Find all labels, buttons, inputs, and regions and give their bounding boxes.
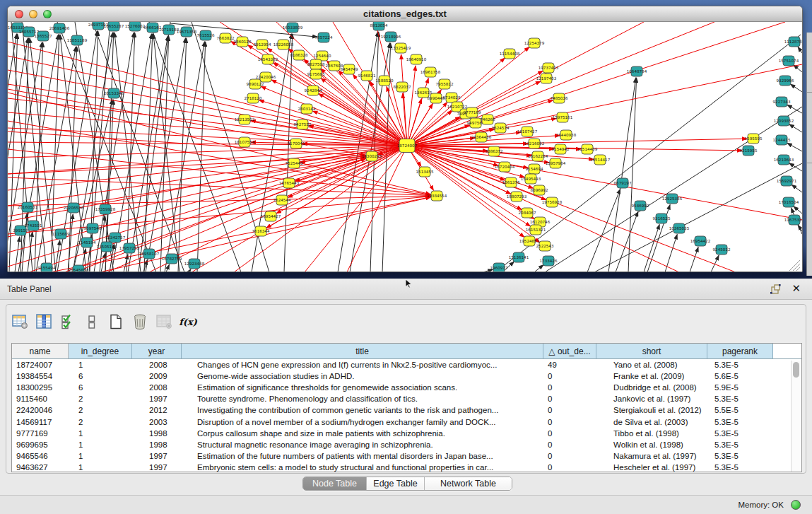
graph-node[interactable]: 15957984 [546, 158, 566, 168]
resize-grip[interactable] [789, 260, 800, 271]
column-header-title[interactable]: title [182, 344, 543, 358]
graph-node[interactable]: 9316525 [653, 214, 671, 223]
graph-node[interactable]: 16543382 [258, 54, 278, 64]
table-row[interactable]: 2242004622012Investigating the contribut… [12, 404, 801, 416]
network-window[interactable]: citations_edges.txt 16033312140557171365… [7, 6, 803, 272]
table-row[interactable]: 946362711997Embryonic stem cells: a mode… [12, 462, 801, 472]
function-builder-icon[interactable]: f(x) [180, 313, 196, 330]
table-row[interactable]: 977716911998Corpus callosum shape and si… [12, 428, 801, 439]
select-all-icon[interactable] [59, 313, 76, 330]
float-window-icon[interactable] [770, 284, 781, 295]
tab-network-table[interactable]: Network Table [425, 477, 512, 490]
graph-node[interactable]: 8096992 [531, 185, 548, 195]
graph-node[interactable]: 11514409 [577, 144, 598, 154]
graph-node[interactable]: 15692971 [777, 176, 797, 186]
graph-node[interactable]: 16514417 [590, 155, 611, 165]
graph-node[interactable]: 1733426 [540, 256, 558, 266]
graph-node[interactable]: 10365035 [669, 223, 690, 233]
delete-column-icon[interactable] [131, 313, 148, 330]
graph-node[interactable]: 11051189 [67, 35, 88, 45]
graph-node[interactable]: 16954422 [690, 236, 710, 246]
graph-node[interactable]: 19384554 [427, 191, 447, 201]
graph-node[interactable]: 9097548 [84, 223, 102, 233]
tab-edge-table[interactable]: Edge Table [367, 477, 425, 490]
column-header-in_degree[interactable]: in_degree [69, 344, 132, 358]
network-window-titlebar[interactable]: citations_edges.txt [8, 6, 802, 22]
graph-node[interactable]: 7857224 [315, 33, 333, 42]
graph-node[interactable]: 15495493 [521, 174, 541, 184]
node-table[interactable]: namein_degreeyeartitle△ out_de...shortpa… [11, 343, 802, 472]
column-header-short[interactable]: short [596, 344, 707, 358]
column-header-pagerank[interactable]: pagerank [707, 344, 773, 358]
graph-node[interactable]: 12923448 [184, 259, 205, 269]
table-row[interactable]: 1456911722003Disruption of a novel membe… [12, 416, 801, 427]
graph-node[interactable]: 9170041 [288, 139, 305, 148]
graph-node[interactable]: 15136141 [509, 252, 529, 262]
graph-node[interactable]: 7955812 [436, 79, 454, 89]
graph-node[interactable]: 13216092 [524, 139, 544, 148]
graph-node[interactable]: 15440938 [556, 130, 577, 140]
graph-node[interactable]: 19218996 [381, 32, 401, 42]
graph-node[interactable]: 2803144 [298, 104, 316, 114]
graph-node[interactable]: 13325419 [391, 43, 411, 53]
graph-node[interactable]: 8215955 [740, 146, 758, 156]
table-row[interactable]: 911546021997Tourette syndrome. Phenomeno… [12, 393, 801, 404]
graph-node[interactable]: 9146821 [358, 71, 376, 81]
graph-node[interactable]: 6734028 [443, 93, 461, 103]
graph-node[interactable]: 12254379 [524, 38, 545, 48]
graph-node[interactable]: 9154942 [552, 144, 570, 154]
graph-node[interactable]: 12093852 [774, 116, 794, 126]
graph-hub-node[interactable]: 18724007 [397, 139, 418, 153]
table-row[interactable]: 969969511998Structural magnetic resonanc… [12, 439, 801, 450]
graph-node[interactable]: 18640910 [406, 54, 427, 64]
new-column-icon[interactable] [107, 313, 124, 330]
graph-node[interactable]: 8186328 [290, 50, 308, 60]
graph-node[interactable]: 8813054 [370, 22, 388, 30]
graph-node[interactable]: 18226058 [273, 40, 294, 49]
graph-node[interactable]: 9245012 [713, 245, 731, 255]
graph-node[interactable]: 9154694 [526, 164, 543, 174]
graph-node[interactable]: 16210643 [774, 155, 794, 165]
graph-node[interactable]: 9546992 [632, 201, 649, 211]
graph-node[interactable]: 16961758 [420, 67, 441, 77]
select-column-icon[interactable] [35, 313, 52, 330]
graph-node[interactable]: 17957253 [119, 243, 140, 253]
graph-node[interactable]: 2718120 [245, 93, 262, 103]
graph-node[interactable]: 8822037 [394, 82, 411, 92]
tab-node-table[interactable]: Node Table [303, 477, 367, 490]
graph-node[interactable]: 3624574 [492, 123, 510, 133]
graph-node[interactable]: 9329966 [777, 76, 794, 86]
graph-node[interactable]: 9860128 [234, 37, 252, 47]
graph-node[interactable]: 1513455 [416, 167, 434, 177]
table-scrollbar[interactable] [791, 361, 800, 472]
graph-node[interactable]: 8912954 [254, 40, 271, 49]
table-row[interactable]: 1872400712008Changes of HCN gene express… [12, 359, 801, 370]
graph-node[interactable]: 16162284 [528, 151, 548, 161]
graph-node[interactable]: 10655287 [104, 22, 124, 31]
graph-node[interactable]: 7485036 [551, 93, 568, 103]
network-canvas[interactable]: 1603331214055717136552720691406110511892… [8, 22, 802, 272]
column-header-year[interactable]: year [132, 344, 182, 358]
deselect-all-icon[interactable] [83, 313, 100, 330]
graph-node[interactable]: 7615526 [197, 30, 215, 40]
graph-node[interactable]: 8679197 [614, 178, 632, 188]
graph-node[interactable]: 746266 [480, 115, 495, 124]
graph-node[interactable]: 17016504 [779, 197, 799, 207]
table-settings-icon[interactable] [11, 313, 28, 330]
column-header-name[interactable]: name [12, 344, 69, 358]
table-row[interactable]: 946554611997Estimation of the future num… [12, 450, 801, 462]
table-scrollbar-thumb[interactable] [793, 362, 799, 378]
column-header-out_de[interactable]: △ out_de... [543, 344, 596, 358]
graph-node[interactable]: 1115689 [52, 229, 70, 239]
graph-node[interactable]: 16107427 [517, 127, 538, 136]
table-row[interactable]: 1938455462009Genome-wide association stu… [12, 370, 801, 382]
close-icon[interactable]: ✕ [792, 282, 801, 295]
graph-node[interactable]: 20691406 [49, 23, 70, 33]
graph-node[interactable]: 11675329 [784, 215, 802, 225]
graph-node[interactable]: 1145194 [78, 238, 96, 247]
graph-node[interactable]: 15751074 [779, 56, 799, 66]
graph-node[interactable]: 15276002 [125, 22, 145, 31]
graph-node[interactable]: 15975161 [553, 112, 573, 122]
table-row[interactable]: 1830029562008Estimation of significance … [12, 382, 801, 393]
network-graph[interactable]: 1603331214055717136552720691406110511892… [8, 22, 802, 272]
